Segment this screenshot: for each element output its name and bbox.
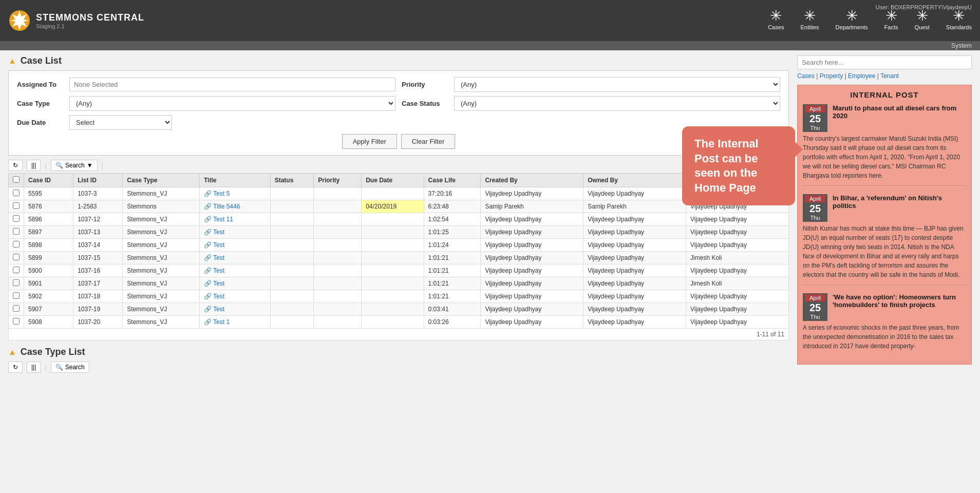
global-search-input[interactable]: [798, 56, 971, 69]
refresh-button[interactable]: ↻: [8, 160, 23, 171]
case-list-collapse-arrow[interactable]: ▲: [8, 56, 16, 66]
cell-priority: [314, 277, 362, 290]
search-property-link[interactable]: Property: [820, 72, 843, 80]
row-checkbox[interactable]: [13, 279, 20, 286]
row-checkbox-cell[interactable]: [9, 187, 24, 200]
filter-row-casetype: Case Type (Any) Case Status (Any): [17, 96, 780, 111]
cell-title[interactable]: 🔗 Test: [200, 226, 271, 239]
priority-select[interactable]: (Any): [454, 77, 780, 92]
cell-priority: [314, 213, 362, 226]
row-checkbox[interactable]: [13, 215, 20, 222]
row-checkbox-cell[interactable]: [9, 316, 24, 329]
entities-icon: ✳: [804, 7, 816, 24]
row-checkbox[interactable]: [13, 292, 20, 299]
post-headline[interactable]: In Bihar, a 'referendum' on Nitish's pol…: [833, 194, 966, 210]
title-link[interactable]: 🔗 Test 11: [204, 216, 233, 223]
select-all-checkbox-header[interactable]: [9, 174, 24, 187]
cell-title[interactable]: 🔗 Test 11: [200, 213, 271, 226]
left-panel: ▲ Case List Assigned To Priority (Any) C…: [8, 55, 789, 375]
cell-title[interactable]: 🔗 Title 5446: [200, 200, 271, 213]
columns-button[interactable]: |||: [27, 160, 41, 171]
system-label: System: [951, 42, 972, 49]
row-checkbox-cell[interactable]: [9, 200, 24, 213]
cell-created-by: Vijaydeep Upadhyay: [481, 239, 583, 252]
post-headline[interactable]: Maruti to phase out all diesel cars from…: [833, 104, 966, 120]
clear-filter-button[interactable]: Clear Filter: [401, 134, 456, 149]
row-checkbox-cell[interactable]: [9, 213, 24, 226]
case-status-label: Case Status: [402, 100, 448, 107]
search-box: [797, 55, 972, 69]
cell-title[interactable]: 🔗 Test: [200, 252, 271, 264]
title-link[interactable]: 🔗 Test 5: [204, 190, 230, 197]
row-checkbox-cell[interactable]: [9, 226, 24, 239]
cell-title[interactable]: 🔗 Test 1: [200, 316, 271, 329]
cell-title[interactable]: 🔗 Test: [200, 290, 271, 303]
cell-case-id: 5900: [24, 264, 73, 277]
case-status-select[interactable]: (Any): [454, 96, 780, 111]
cell-title[interactable]: 🔗 Test: [200, 239, 271, 252]
cell-case-id: 5907: [24, 303, 73, 316]
nav-departments[interactable]: ✳ Departments: [836, 7, 868, 30]
row-checkbox-cell[interactable]: [9, 264, 24, 277]
title-link[interactable]: 🔗 Title 5446: [204, 203, 240, 210]
cell-created-by: Vijaydeep Upadhyay: [481, 303, 583, 316]
row-checkbox-cell[interactable]: [9, 252, 24, 264]
cell-title[interactable]: 🔗 Test 5: [200, 187, 271, 200]
row-checkbox[interactable]: [13, 241, 20, 248]
cell-assigned-to: Vijaydeep Upadhyay: [686, 316, 789, 329]
cell-title[interactable]: 🔗 Test: [200, 303, 271, 316]
cell-case-id: 5896: [24, 213, 73, 226]
row-checkbox[interactable]: [13, 228, 20, 235]
nav-departments-label: Departments: [836, 24, 868, 30]
case-type-refresh-button[interactable]: ↻: [8, 362, 23, 373]
cell-title[interactable]: 🔗 Test: [200, 264, 271, 277]
nav-cases[interactable]: ✳ Cases: [768, 7, 784, 30]
title-link[interactable]: 🔗 Test: [204, 280, 224, 287]
title-link[interactable]: 🔗 Test 1: [204, 318, 230, 326]
row-checkbox-cell[interactable]: [9, 277, 24, 290]
cell-assigned-to: Jimesh Koli: [686, 277, 789, 290]
cell-title[interactable]: 🔗 Test: [200, 277, 271, 290]
case-type-columns-button[interactable]: |||: [27, 362, 41, 373]
nav-quest[interactable]: ✳ Quest: [914, 7, 929, 30]
post-date-badge: April 25 Thu: [803, 104, 827, 132]
due-date-select[interactable]: Select: [69, 115, 172, 130]
row-checkbox-cell[interactable]: [9, 290, 24, 303]
search-button[interactable]: 🔍 Search ▼: [51, 160, 98, 171]
row-checkbox[interactable]: [13, 267, 20, 273]
title-link[interactable]: 🔗 Test: [204, 241, 224, 249]
case-type-search-button[interactable]: 🔍 Search: [51, 362, 89, 373]
assigned-to-input[interactable]: [69, 78, 395, 91]
title-link[interactable]: 🔗 Test: [204, 293, 224, 300]
search-employee-link[interactable]: Employee: [848, 72, 875, 80]
nav-standards[interactable]: ✳ Standards: [946, 7, 972, 30]
nav-facts[interactable]: ✳ Facts: [884, 7, 898, 30]
case-list-table: Case ID List ID Case Type Title Status P…: [8, 173, 789, 329]
col-case-life: Case Life: [424, 174, 481, 187]
post-divider: [803, 185, 966, 186]
cell-created-by: Vijaydeep Upadhyay: [481, 264, 583, 277]
row-checkbox[interactable]: [13, 254, 20, 260]
row-checkbox[interactable]: [13, 202, 20, 209]
row-checkbox[interactable]: [13, 318, 20, 325]
post-headline[interactable]: 'We have no option': Homeowners turn 'ho…: [833, 293, 966, 309]
post-date-badge: April 25 Thu: [803, 194, 827, 222]
search-tenant-link[interactable]: Tenant: [880, 72, 899, 80]
title-link[interactable]: 🔗 Test: [204, 306, 224, 313]
cell-due-date: [362, 303, 424, 316]
title-link[interactable]: 🔗 Test: [204, 267, 224, 274]
title-link[interactable]: 🔗 Test: [204, 254, 224, 261]
case-type-list-collapse-arrow[interactable]: ▲: [8, 348, 16, 357]
cell-priority: [314, 316, 362, 329]
select-all-checkbox[interactable]: [13, 176, 20, 183]
case-type-select[interactable]: (Any): [69, 96, 395, 111]
row-checkbox-cell[interactable]: [9, 239, 24, 252]
row-checkbox-cell[interactable]: [9, 303, 24, 316]
row-checkbox[interactable]: [13, 305, 20, 312]
nav-entities[interactable]: ✳ Entities: [801, 7, 819, 30]
app-subtitle: Staging 2.1: [36, 23, 144, 29]
search-cases-link[interactable]: Cases: [797, 72, 815, 80]
row-checkbox[interactable]: [13, 189, 20, 196]
title-link[interactable]: 🔗 Test: [204, 229, 224, 236]
apply-filter-button[interactable]: Apply Filter: [342, 134, 397, 149]
